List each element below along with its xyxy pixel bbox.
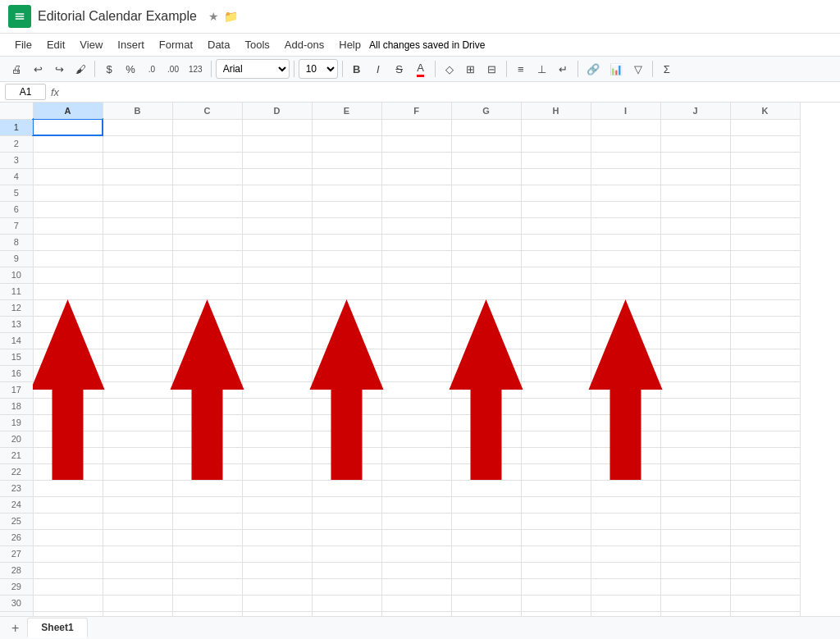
cell-E3[interactable] xyxy=(312,152,381,168)
redo-button[interactable]: ↪ xyxy=(49,59,69,79)
cell-C25[interactable] xyxy=(172,513,242,529)
cell-C8[interactable] xyxy=(172,234,242,250)
cell-J3[interactable] xyxy=(660,152,730,168)
cell-D14[interactable] xyxy=(242,332,312,349)
cell-E12[interactable] xyxy=(312,299,381,316)
cell-G28[interactable] xyxy=(451,562,521,578)
cell-E16[interactable] xyxy=(312,365,381,381)
cell-C27[interactable] xyxy=(172,545,242,562)
cell-H7[interactable] xyxy=(521,217,591,234)
cell-A5[interactable] xyxy=(33,185,103,201)
cell-B16[interactable] xyxy=(103,365,172,381)
cell-J23[interactable] xyxy=(660,480,730,496)
cell-K6[interactable] xyxy=(730,201,800,217)
cell-K10[interactable] xyxy=(730,267,800,283)
cell-B22[interactable] xyxy=(103,463,172,480)
cell-K16[interactable] xyxy=(730,365,800,381)
row-header-21[interactable]: 21 xyxy=(0,447,33,463)
cell-G4[interactable] xyxy=(451,168,521,185)
cell-C4[interactable] xyxy=(172,168,242,185)
col-header-E[interactable]: E xyxy=(312,103,381,119)
cell-J7[interactable] xyxy=(660,217,730,234)
cell-I24[interactable] xyxy=(591,496,660,513)
cell-J4[interactable] xyxy=(660,168,730,185)
cell-J17[interactable] xyxy=(660,381,730,398)
cell-E22[interactable] xyxy=(312,463,381,480)
cell-F14[interactable] xyxy=(381,332,451,349)
cell-E2[interactable] xyxy=(312,135,381,152)
cell-G30[interactable] xyxy=(451,595,521,611)
cell-A4[interactable] xyxy=(33,168,103,185)
cell-C14[interactable] xyxy=(172,332,242,349)
cell-B15[interactable] xyxy=(103,349,172,365)
cell-K26[interactable] xyxy=(730,529,800,545)
cell-E5[interactable] xyxy=(312,185,381,201)
row-header-14[interactable]: 14 xyxy=(0,332,33,349)
cell-G11[interactable] xyxy=(451,283,521,299)
cell-K1[interactable] xyxy=(730,119,800,135)
row-header-17[interactable]: 17 xyxy=(0,381,33,398)
row-header-31[interactable]: 31 xyxy=(0,611,33,616)
cell-C15[interactable] xyxy=(172,349,242,365)
cell-H3[interactable] xyxy=(521,152,591,168)
cell-B14[interactable] xyxy=(103,332,172,349)
cell-I7[interactable] xyxy=(591,217,660,234)
cell-B8[interactable] xyxy=(103,234,172,250)
col-header-C[interactable]: C xyxy=(172,103,242,119)
cell-J16[interactable] xyxy=(660,365,730,381)
cell-G2[interactable] xyxy=(451,135,521,152)
cell-B6[interactable] xyxy=(103,201,172,217)
cell-D19[interactable] xyxy=(242,414,312,431)
col-header-I[interactable]: I xyxy=(591,103,660,119)
cell-I25[interactable] xyxy=(591,513,660,529)
cell-G15[interactable] xyxy=(451,349,521,365)
cell-G12[interactable] xyxy=(451,299,521,316)
cell-J13[interactable] xyxy=(660,316,730,332)
cell-I17[interactable] xyxy=(591,381,660,398)
row-header-5[interactable]: 5 xyxy=(0,185,33,201)
cell-D28[interactable] xyxy=(242,562,312,578)
bold-button[interactable]: B xyxy=(347,59,367,79)
cell-E7[interactable] xyxy=(312,217,381,234)
cell-E4[interactable] xyxy=(312,168,381,185)
cell-J24[interactable] xyxy=(660,496,730,513)
cell-A29[interactable] xyxy=(33,578,103,595)
cell-I23[interactable] xyxy=(591,480,660,496)
cell-B20[interactable] xyxy=(103,431,172,447)
cell-G8[interactable] xyxy=(451,234,521,250)
cell-I27[interactable] xyxy=(591,545,660,562)
row-header-26[interactable]: 26 xyxy=(0,529,33,545)
menu-item-data[interactable]: Data xyxy=(201,35,236,54)
cell-I9[interactable] xyxy=(591,250,660,267)
cell-G29[interactable] xyxy=(451,578,521,595)
cell-F5[interactable] xyxy=(381,185,451,201)
cell-I4[interactable] xyxy=(591,168,660,185)
cell-E17[interactable] xyxy=(312,381,381,398)
menu-item-add-ons[interactable]: Add-ons xyxy=(278,35,331,54)
cell-G23[interactable] xyxy=(451,480,521,496)
row-header-15[interactable]: 15 xyxy=(0,349,33,365)
cell-C20[interactable] xyxy=(172,431,242,447)
italic-button[interactable]: I xyxy=(368,59,388,79)
menu-item-format[interactable]: Format xyxy=(153,35,199,54)
cell-B23[interactable] xyxy=(103,480,172,496)
cell-A10[interactable] xyxy=(33,267,103,283)
cell-C26[interactable] xyxy=(172,529,242,545)
cell-I12[interactable] xyxy=(591,299,660,316)
cell-H13[interactable] xyxy=(521,316,591,332)
cell-A22[interactable] xyxy=(33,463,103,480)
cell-J27[interactable] xyxy=(660,545,730,562)
cell-F26[interactable] xyxy=(381,529,451,545)
col-header-J[interactable]: J xyxy=(660,103,730,119)
filter-button[interactable]: ▽ xyxy=(628,59,648,79)
cell-E19[interactable] xyxy=(312,414,381,431)
cell-I19[interactable] xyxy=(591,414,660,431)
cell-H28[interactable] xyxy=(521,562,591,578)
cell-I5[interactable] xyxy=(591,185,660,201)
cell-E26[interactable] xyxy=(312,529,381,545)
font-family-select[interactable]: Arial xyxy=(216,59,290,79)
cell-H1[interactable] xyxy=(521,119,591,135)
cell-F22[interactable] xyxy=(381,463,451,480)
row-header-13[interactable]: 13 xyxy=(0,316,33,332)
cell-J26[interactable] xyxy=(660,529,730,545)
